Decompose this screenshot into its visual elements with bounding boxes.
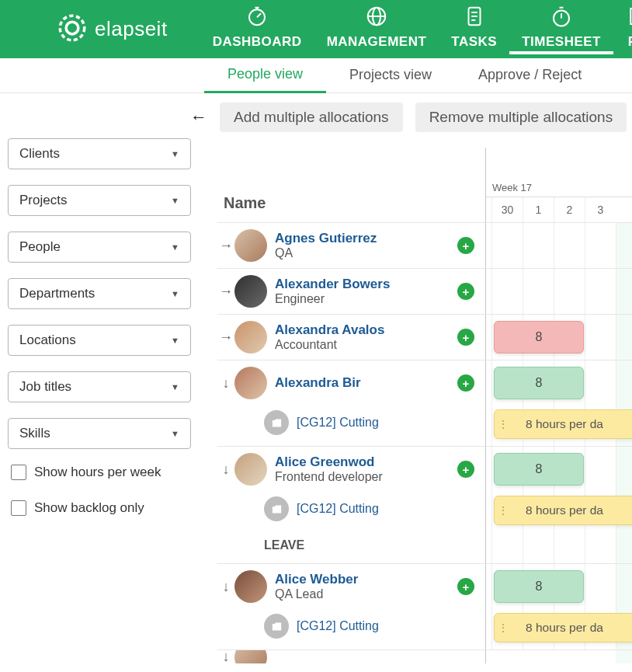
main-nav: DASHBOARD MANAGEMENT TASKS TIMESHEET RE <box>200 5 632 54</box>
logo-icon <box>56 12 89 47</box>
nav-dashboard[interactable]: DASHBOARD <box>200 5 314 54</box>
collapse-sidebar-icon[interactable]: ← <box>190 107 207 127</box>
remove-allocations-button[interactable]: Remove multiple allocations <box>415 103 627 132</box>
view-tabs: People view Projects view Approve / Reje… <box>0 58 632 93</box>
reports-icon <box>626 5 632 31</box>
tab-projects-view[interactable]: Projects view <box>326 59 455 92</box>
nav-management[interactable]: MANAGEMENT <box>314 5 439 54</box>
app-header: elapseit DASHBOARD MANAGEMENT TASKS TIME… <box>0 0 632 58</box>
tab-people-view[interactable]: People view <box>204 58 326 93</box>
svg-point-1 <box>66 22 78 34</box>
toolbar: ← Add multiple allocations Remove multip… <box>0 103 632 132</box>
globe-icon <box>365 5 388 31</box>
dashboard-icon <box>245 5 269 31</box>
svg-line-3 <box>257 13 261 17</box>
brand-name: elapseit <box>95 17 168 41</box>
add-allocations-button[interactable]: Add multiple allocations <box>220 103 403 132</box>
tab-approve-reject[interactable]: Approve / Reject <box>455 59 605 92</box>
nav-reports[interactable]: RE <box>613 5 632 54</box>
brand-logo[interactable]: elapseit <box>56 12 168 47</box>
stopwatch-icon <box>550 5 573 31</box>
nav-tasks[interactable]: TASKS <box>439 5 509 54</box>
svg-point-0 <box>60 16 85 40</box>
nav-timesheet[interactable]: TIMESHEET <box>509 5 613 54</box>
tasks-icon <box>463 5 486 31</box>
